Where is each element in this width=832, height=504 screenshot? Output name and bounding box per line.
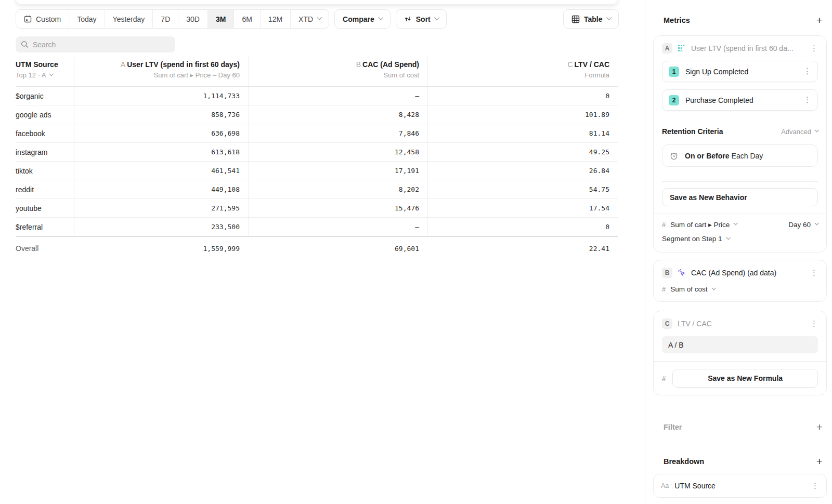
range-30d[interactable]: 30D bbox=[178, 10, 207, 28]
range-xtd[interactable]: XTD bbox=[290, 10, 329, 28]
ratio-cell: 54.75 bbox=[427, 180, 618, 198]
kebab-menu-icon[interactable]: ⋮ bbox=[803, 68, 811, 75]
range-today[interactable]: Today bbox=[69, 10, 104, 28]
table-row[interactable]: reddit 449,108 8,202 54.75 bbox=[16, 180, 618, 199]
metric-card-a: A User LTV (spend in first 60 da... ⋮ 1 … bbox=[653, 35, 827, 253]
ltv-cell: 1,114,733 bbox=[74, 87, 248, 105]
top-panel-edge bbox=[16, 0, 618, 4]
cac-cell: – bbox=[248, 87, 427, 105]
column-header-b[interactable]: BCAC (Ad Spend) Sum of cost bbox=[248, 57, 427, 86]
range-label: Today bbox=[77, 15, 96, 23]
step-row-1[interactable]: 1 Sign Up Completed ⋮ bbox=[662, 61, 818, 82]
criteria-period: Each Day bbox=[732, 152, 763, 160]
range-6m[interactable]: 6M bbox=[233, 10, 259, 28]
table-row[interactable]: tiktok 461,541 17,191 26.84 bbox=[16, 162, 618, 180]
step-number-badge: 2 bbox=[669, 95, 679, 105]
column-title: LTV / CAC bbox=[575, 60, 609, 69]
metric-letter-badge: B bbox=[662, 268, 672, 278]
metrics-title: Metrics bbox=[664, 16, 690, 24]
sort-arrows-icon bbox=[404, 16, 412, 23]
metric-a-header[interactable]: A User LTV (spend in first 60 da... ⋮ bbox=[662, 43, 818, 54]
calendar-icon bbox=[24, 15, 32, 23]
range-7d[interactable]: 7D bbox=[152, 10, 178, 28]
cac-cell: – bbox=[248, 218, 427, 236]
metrics-sidebar: Metrics + A User LTV (spend in first 60 … bbox=[645, 0, 832, 504]
kebab-menu-icon[interactable]: ⋮ bbox=[803, 96, 811, 104]
breakdown-item-utm-source[interactable]: Aa UTM Source ⋮ bbox=[653, 474, 827, 498]
sort-label: Sort bbox=[416, 15, 431, 23]
search-bar[interactable] bbox=[16, 36, 175, 52]
kebab-menu-icon[interactable]: ⋮ bbox=[810, 269, 818, 277]
range-3m-selected[interactable]: 3M bbox=[207, 10, 233, 28]
cac-cell: 7,846 bbox=[248, 124, 427, 142]
sort-button[interactable]: Sort bbox=[396, 9, 447, 29]
date-range-toolbar: Custom Today Yesterday 7D 30D 3M 6M 12M … bbox=[16, 9, 447, 29]
retention-criteria-header: Retention Criteria Advanced bbox=[662, 127, 818, 136]
range-custom[interactable]: Custom bbox=[16, 10, 69, 28]
table-row[interactable]: $referral 233,500 – 0 bbox=[16, 218, 618, 236]
step-label: Sign Up Completed bbox=[685, 68, 797, 76]
table-row[interactable]: youtube 271,595 15,476 17.54 bbox=[16, 199, 618, 218]
results-table: UTM Source Top 12 · A AUser LTV (spend i… bbox=[16, 57, 618, 260]
column-letter: A bbox=[121, 60, 125, 69]
table-row[interactable]: instagram 613,618 12,458 49.25 bbox=[16, 143, 618, 162]
range-yesterday[interactable]: Yesterday bbox=[105, 10, 153, 28]
column-header-c[interactable]: CLTV / CAC Formula bbox=[427, 57, 618, 86]
metric-letter-badge: A bbox=[662, 43, 672, 54]
advanced-dropdown[interactable]: Advanced bbox=[781, 128, 818, 136]
aggregation-row: # Sum of cost bbox=[662, 285, 818, 293]
cac-cell: 12,458 bbox=[248, 143, 427, 161]
table-row[interactable]: google ads 858,736 8,428 101.89 bbox=[16, 105, 618, 124]
column-header-a[interactable]: AUser LTV (spend in first 60 days) Sum o… bbox=[74, 57, 248, 86]
chevron-down-icon bbox=[434, 15, 439, 20]
range-label: Custom bbox=[36, 15, 61, 23]
table-row[interactable]: facebook 636,698 7,846 81.14 bbox=[16, 124, 618, 143]
save-as-new-formula-button[interactable]: Save as New Formula bbox=[672, 369, 818, 388]
metric-c-header[interactable]: C LTV / CAC ⋮ bbox=[662, 319, 818, 329]
ltv-cell: 271,595 bbox=[74, 199, 248, 217]
chevron-down-icon bbox=[814, 221, 818, 225]
main-content: Custom Today Yesterday 7D 30D 3M 6M 12M … bbox=[0, 0, 645, 504]
search-input[interactable] bbox=[33, 41, 170, 49]
add-metric-button[interactable]: + bbox=[816, 16, 823, 25]
ratio-cell: 81.14 bbox=[427, 124, 618, 142]
segment-dropdown[interactable]: Segment on Step 1 bbox=[662, 235, 730, 243]
kebab-menu-icon[interactable]: ⋮ bbox=[811, 482, 819, 490]
utm-source-cell: instagram bbox=[16, 143, 74, 161]
range-label: Yesterday bbox=[113, 15, 145, 23]
ltv-cell: 461,541 bbox=[74, 162, 248, 180]
kebab-menu-icon[interactable]: ⋮ bbox=[810, 320, 818, 328]
column-header-utm-source[interactable]: UTM Source Top 12 · A bbox=[16, 57, 74, 86]
overall-ltv-cell: 1,559,999 bbox=[74, 245, 248, 253]
metric-b-header[interactable]: B CAC (Ad Spend) (ad data) ⋮ bbox=[662, 268, 818, 278]
retention-criteria-row[interactable]: On or BeforeEach Day bbox=[662, 144, 818, 167]
number-type-icon: # bbox=[662, 221, 666, 229]
kebab-menu-icon[interactable]: ⋮ bbox=[810, 45, 818, 52]
range-12m[interactable]: 12M bbox=[260, 10, 290, 28]
add-breakdown-button[interactable]: + bbox=[816, 457, 823, 466]
chevron-down-icon bbox=[726, 235, 730, 240]
metrics-section-header: Metrics + bbox=[653, 0, 827, 25]
aggregation-dropdown[interactable]: Sum of cost bbox=[670, 285, 714, 293]
add-filter-button[interactable]: + bbox=[816, 422, 823, 432]
compare-button[interactable]: Compare bbox=[334, 9, 391, 29]
range-label: 7D bbox=[161, 15, 170, 23]
view-type-button[interactable]: Table bbox=[563, 9, 619, 29]
criteria-condition: On or Before bbox=[685, 152, 730, 160]
range-label: 30D bbox=[186, 15, 200, 23]
aggregation-dropdown[interactable]: Sum of cart ▸ Price bbox=[670, 220, 737, 229]
search-icon bbox=[21, 41, 29, 48]
filter-title: Filter bbox=[664, 423, 682, 431]
overall-label: Overall bbox=[16, 244, 74, 253]
table-row[interactable]: $organic 1,114,733 – 0 bbox=[16, 87, 618, 105]
window-dropdown[interactable]: Day 60 bbox=[788, 221, 818, 229]
breakdown-item-label: UTM Source bbox=[674, 482, 805, 490]
save-as-new-behavior-button[interactable]: Save as New Behavior bbox=[662, 188, 818, 206]
step-row-2[interactable]: 2 Purchase Completed ⋮ bbox=[662, 89, 818, 111]
filter-section-header: Filter + bbox=[653, 422, 827, 432]
ltv-cell: 636,698 bbox=[74, 124, 248, 142]
formula-input[interactable]: A / B bbox=[662, 336, 818, 353]
column-letter: C bbox=[567, 60, 573, 69]
view-label: Table bbox=[584, 15, 603, 23]
metric-title: CAC (Ad Spend) (ad data) bbox=[691, 269, 805, 277]
